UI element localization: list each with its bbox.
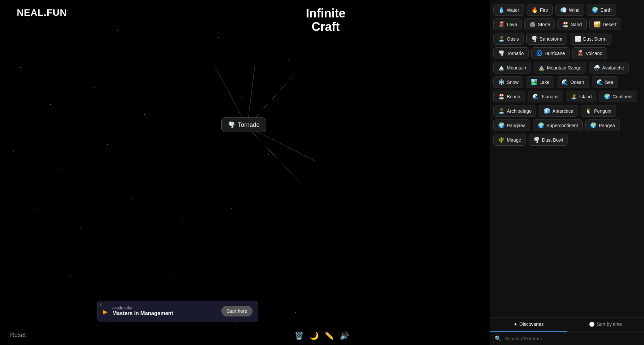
item-label: Earth [600,7,611,13]
sort-label: Sort by time [597,322,622,327]
item-label: Sandstorm [540,36,562,42]
item-chip-dust-storm[interactable]: 🌫️Dust Storm [570,33,611,45]
game-title: Infinite Craft [306,7,345,33]
item-chip-pangea[interactable]: 🌍Pangea [585,119,620,131]
item-label: Pangaea [507,123,526,128]
item-chip-dust-bowl[interactable]: 🌪️Dust Bowl [529,134,568,146]
item-label: Snow [507,80,519,85]
item-chip-mountain[interactable]: 🏔️Mountain [493,62,531,73]
item-chip-sand[interactable]: 🏖️Sand [557,18,587,30]
item-chip-tornado[interactable]: 🌪️Tornado [493,47,529,59]
item-chip-sea[interactable]: 🌊Sea [592,76,618,88]
item-label: Mountain Range [547,65,582,70]
reset-button[interactable]: Reset [10,332,26,339]
footer-tabs: ✦ Discoveries 🕐 Sort by time [490,317,644,332]
item-emoji: 🏜️ [594,21,601,28]
ad-text: esade.edu/ Masters in Management [112,306,217,316]
search-input[interactable] [505,336,639,341]
item-chip-island[interactable]: 🏝️Island [566,91,596,102]
item-chip-tsunami[interactable]: 🌊Tsunami [528,91,563,102]
item-label: Lake [539,80,549,85]
item-emoji: 🐧 [585,108,592,114]
item-label: Avalanche [602,65,624,70]
item-chip-avalanche[interactable]: 🌨️Avalanche [589,62,629,73]
item-emoji: 🌍 [590,122,597,129]
tornado-emoji: 🌪️ [228,121,235,129]
item-chip-fire[interactable]: 🔥Fire [527,4,553,16]
discoveries-tab[interactable]: ✦ Discoveries [490,317,567,332]
item-chip-ocean[interactable]: 🌊Ocean [557,76,589,88]
item-chip-sandstorm[interactable]: 🌪️Sandstorm [526,33,567,45]
svg-line-4 [247,127,302,185]
item-emoji: 🏝️ [571,93,577,100]
item-chip-antarctica[interactable]: 🧊Antarctica [539,105,578,117]
tornado-element[interactable]: 🌪️ Tornado [221,117,266,132]
item-emoji: 🧊 [544,108,550,114]
item-chip-archipelago[interactable]: 🏝️Archipelago [493,105,536,117]
item-label: Antarctica [552,108,573,114]
item-chip-lava[interactable]: 🌋Lava [493,18,522,30]
item-label: Tsunami [541,94,558,99]
logo: NEAL.FUN [17,7,67,18]
item-chip-hurricane[interactable]: 🌀Hurricane [531,47,570,59]
item-label: Ocean [570,80,584,85]
item-emoji: 🌪️ [531,36,538,42]
discoveries-icon: ✦ [514,322,518,327]
ad-close-button[interactable]: ✕ [99,302,102,307]
item-label: Sea [605,80,613,85]
item-chip-mountain-range[interactable]: ⛰️Mountain Range [534,62,586,73]
ad-banner: ✕ ▶ esade.edu/ Masters in Management Sta… [97,301,258,322]
item-emoji: 🌍 [538,122,544,129]
item-label: Lava [507,22,517,27]
item-emoji: ⛰️ [538,64,545,71]
item-chip-penguin[interactable]: 🐧Penguin [581,105,616,117]
canvas-area: NEAL.FUN Infinite Craft 🌪️ Tornado Reset… [0,0,356,345]
ad-cta-button[interactable]: Start here [221,306,253,316]
item-emoji: 🌫️ [575,36,581,42]
search-icon: 🔍 [495,335,501,342]
item-emoji: ❄️ [498,79,505,85]
item-chip-pangaea[interactable]: 🌍Pangaea [493,119,530,131]
item-emoji: 🌍 [592,7,598,13]
item-chip-desert[interactable]: 🏜️Desert [589,18,621,30]
item-chip-earth[interactable]: 🌍Earth [587,4,616,16]
item-label: Oasis [507,36,519,42]
item-label: Hurricane [545,51,565,56]
item-label: Island [579,94,592,99]
item-label: Supercontinent [546,123,578,128]
item-chip-wind[interactable]: 💨Wind [555,4,584,16]
item-emoji: 🌊 [596,79,603,85]
item-label: Dust Bowl [542,137,563,143]
ad-title: Masters in Management [112,310,217,316]
item-emoji: 🌪️ [533,137,540,143]
item-emoji: 🌊 [532,93,539,100]
item-emoji: 💧 [498,7,505,13]
item-label: Beach [507,94,520,99]
item-chip-supercontinent[interactable]: 🌍Supercontinent [533,119,583,131]
item-chip-beach[interactable]: 🏖️Beach [493,91,525,102]
item-label: Pangea [599,123,615,128]
item-chip-snow[interactable]: ❄️Snow [493,76,523,88]
clock-icon: 🕐 [589,322,595,327]
item-emoji: 🌍 [604,93,610,100]
item-chip-continent[interactable]: 🌍Continent [599,91,637,102]
item-chip-lake[interactable]: 🏞️Lake [526,76,554,88]
item-label: Archipelago [507,108,532,114]
item-label: Sand [571,22,582,27]
search-bar: 🔍 [490,332,644,345]
item-emoji: 🌊 [561,79,568,85]
item-chip-stone[interactable]: 🪨Stone [524,18,555,30]
item-emoji: 🌵 [498,137,505,143]
item-label: Mirage [507,137,521,143]
item-chip-water[interactable]: 💧Water [493,4,524,16]
item-chip-volcano[interactable]: 🌋Volcano [572,47,607,59]
item-chip-oasis[interactable]: 🏝️Oasis [493,33,524,45]
sidebar-footer: ✦ Discoveries 🕐 Sort by time 🔍 [490,317,644,345]
item-label: Wind [569,7,580,13]
item-chip-mirage[interactable]: 🌵Mirage [493,134,526,146]
sort-by-time-tab[interactable]: 🕐 Sort by time [567,317,644,332]
ad-arrow-icon: ▶ [103,308,108,315]
item-emoji: 🏔️ [498,64,505,71]
tornado-label: Tornado [238,121,260,129]
item-emoji: 🌋 [498,21,505,28]
